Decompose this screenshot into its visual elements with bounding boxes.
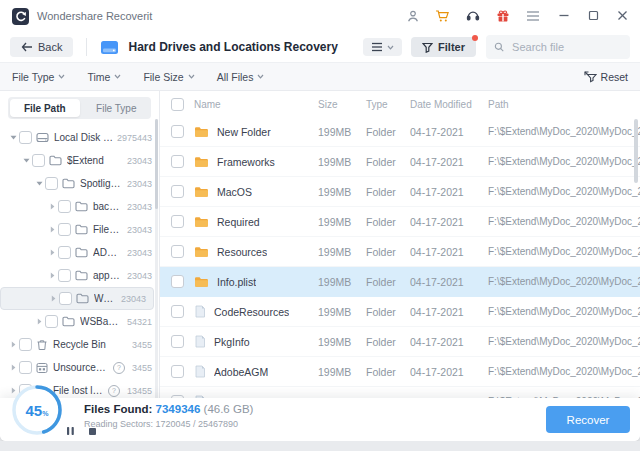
tree-item[interactable]: WSBackupData 54321 bbox=[0, 310, 159, 333]
filter-notification-dot bbox=[472, 35, 478, 41]
file-type-dropdown[interactable]: File Type bbox=[12, 71, 65, 83]
column-type[interactable]: Type bbox=[366, 99, 410, 110]
tree-item-label: appcompat bbox=[93, 270, 123, 281]
file-name: AdobeAGM bbox=[214, 366, 268, 378]
tree-item[interactable]: Spotlight-V10000... 23043 bbox=[0, 172, 159, 195]
maximize-button[interactable] bbox=[588, 7, 599, 25]
file-size-dropdown[interactable]: File Size bbox=[143, 71, 194, 83]
table-row[interactable]: AdobeAGM 199MB Folder 04-17-2021 F:\$Ext… bbox=[160, 357, 640, 387]
tree-checkbox[interactable] bbox=[19, 131, 32, 144]
tree-item[interactable]: Files Lost Origi... 23043 bbox=[0, 218, 159, 241]
tree-item[interactable]: Work 23043 bbox=[0, 287, 154, 310]
expand-arrow-icon[interactable] bbox=[8, 364, 18, 371]
expand-arrow-icon[interactable] bbox=[34, 318, 44, 325]
row-checkbox[interactable] bbox=[171, 305, 184, 318]
expand-arrow-icon[interactable] bbox=[47, 249, 57, 256]
column-path[interactable]: Path bbox=[488, 99, 640, 110]
tree-checkbox[interactable] bbox=[45, 315, 58, 328]
tree-checkbox[interactable] bbox=[58, 223, 71, 236]
search-input[interactable] bbox=[510, 40, 622, 54]
tree-item-count: 2975443 bbox=[117, 133, 152, 143]
tree-checkbox[interactable] bbox=[58, 269, 71, 282]
expand-arrow-icon[interactable] bbox=[47, 272, 57, 279]
file-date-modified: 04-17-2021 bbox=[410, 306, 488, 318]
file-path: F:\$Extend\MyDoc_2020\MyDoc_2020\M... bbox=[488, 126, 640, 137]
table-row[interactable]: PkgInfo 199MB Folder 04-17-2021 F:\$Exte… bbox=[160, 327, 640, 357]
cart-icon[interactable] bbox=[435, 9, 450, 24]
expand-arrow-icon[interactable] bbox=[47, 203, 57, 210]
expand-arrow-icon[interactable] bbox=[21, 158, 31, 163]
tree-checkbox[interactable] bbox=[32, 154, 45, 167]
menu-icon[interactable] bbox=[525, 9, 540, 24]
close-button[interactable] bbox=[617, 7, 628, 25]
column-name[interactable]: Name bbox=[184, 99, 318, 110]
file-date-modified: 04-17-2021 bbox=[410, 156, 488, 168]
search-box[interactable] bbox=[486, 35, 630, 59]
column-size[interactable]: Size bbox=[318, 99, 366, 110]
file-path: F:\$Extend\MyDoc_2020\MyDoc_2020\M... bbox=[488, 216, 640, 227]
filter-button[interactable]: Filter bbox=[411, 37, 476, 57]
tree-item-count: 3455 bbox=[132, 340, 152, 350]
expand-arrow-icon[interactable] bbox=[8, 135, 18, 140]
tree-item-label: Local Disk (F:) bbox=[54, 132, 113, 143]
tree-checkbox[interactable] bbox=[59, 292, 72, 305]
tree-checkbox[interactable] bbox=[58, 246, 71, 259]
tab-file-type[interactable]: File Type bbox=[82, 97, 152, 119]
expand-arrow-icon[interactable] bbox=[34, 181, 44, 186]
reset-filters-button[interactable]: Reset bbox=[584, 71, 628, 83]
folder-icon bbox=[75, 224, 88, 235]
tree-checkbox[interactable] bbox=[19, 361, 32, 374]
tree-item[interactable]: $Extend 23043 bbox=[0, 149, 159, 172]
table-row[interactable]: Required 199MB Folder 04-17-2021 F:\$Ext… bbox=[160, 207, 640, 237]
sidebar-scrollbar-thumb[interactable] bbox=[155, 119, 158, 209]
table-scrollbar-thumb[interactable] bbox=[634, 119, 638, 183]
tree-item[interactable]: backupdata 23043 bbox=[0, 195, 159, 218]
table-row[interactable]: MacOS 199MB Folder 04-17-2021 F:\$Extend… bbox=[160, 177, 640, 207]
row-checkbox[interactable] bbox=[171, 365, 184, 378]
gift-icon[interactable] bbox=[495, 9, 510, 24]
all-files-dropdown[interactable]: All Files bbox=[217, 71, 265, 83]
time-dropdown[interactable]: Time bbox=[87, 71, 121, 83]
select-all-checkbox[interactable] bbox=[171, 98, 184, 111]
file-type: Folder bbox=[366, 306, 410, 318]
expand-arrow-icon[interactable] bbox=[48, 295, 58, 302]
tree-item-label: Files Lost Origi... bbox=[93, 224, 123, 235]
tree-item[interactable]: Local Disk (F:) 2975443 bbox=[0, 126, 159, 149]
tree-checkbox[interactable] bbox=[45, 177, 58, 190]
table-row[interactable]: Frameworks 199MB Folder 04-17-2021 F:\$E… bbox=[160, 147, 640, 177]
tree-item[interactable]: appcompat 23043 bbox=[0, 264, 159, 287]
table-row[interactable]: Resources 199MB Folder 04-17-2021 F:\$Ex… bbox=[160, 237, 640, 267]
expand-arrow-icon[interactable] bbox=[8, 341, 18, 348]
account-icon[interactable] bbox=[405, 9, 420, 24]
row-checkbox[interactable] bbox=[171, 185, 184, 198]
file-name: Frameworks bbox=[217, 156, 275, 168]
row-checkbox[interactable] bbox=[171, 155, 184, 168]
tree-item[interactable]: Unsourced files ? 3455 bbox=[0, 356, 159, 379]
recover-button[interactable]: Recover bbox=[546, 406, 630, 433]
tab-file-path[interactable]: File Path bbox=[10, 99, 80, 117]
table-row[interactable]: CodeResources 199MB Folder 04-17-2021 F:… bbox=[160, 297, 640, 327]
tree-item[interactable]: Recycle Bin 3455 bbox=[0, 333, 159, 356]
file-size: 199MB bbox=[318, 186, 366, 198]
view-mode-button[interactable] bbox=[363, 38, 402, 56]
row-checkbox[interactable] bbox=[171, 275, 184, 288]
tree-checkbox[interactable] bbox=[58, 200, 71, 213]
folder-icon bbox=[194, 186, 209, 198]
file-icon bbox=[194, 365, 206, 378]
pause-scan-button[interactable] bbox=[66, 426, 75, 436]
minimize-button[interactable] bbox=[558, 7, 570, 25]
table-row[interactable]: Info.plist 199MB Folder 04-17-2021 F:\$E… bbox=[160, 267, 640, 297]
scan-progress-ring: 45% bbox=[10, 383, 64, 437]
support-headset-icon[interactable] bbox=[465, 9, 480, 24]
table-row[interactable]: New Folder 199MB Folder 04-17-2021 F:\$E… bbox=[160, 117, 640, 147]
row-checkbox[interactable] bbox=[171, 215, 184, 228]
tree-checkbox[interactable] bbox=[19, 338, 32, 351]
row-checkbox[interactable] bbox=[171, 335, 184, 348]
tree-item-count: 54321 bbox=[127, 317, 152, 327]
back-button[interactable]: Back bbox=[10, 37, 73, 57]
row-checkbox[interactable] bbox=[171, 125, 184, 138]
expand-arrow-icon[interactable] bbox=[47, 226, 57, 233]
column-date-modified[interactable]: Date Modified bbox=[410, 99, 488, 110]
tree-item[interactable]: ADDINS 23043 bbox=[0, 241, 159, 264]
row-checkbox[interactable] bbox=[171, 245, 184, 258]
